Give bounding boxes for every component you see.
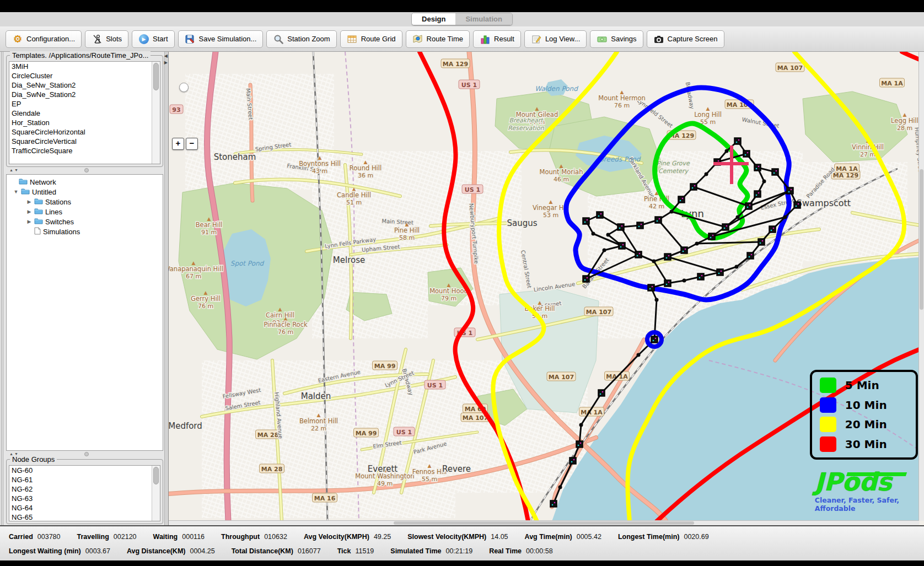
junction-dot[interactable] bbox=[606, 233, 610, 237]
station-node[interactable] bbox=[794, 202, 801, 208]
station-node[interactable] bbox=[772, 169, 778, 175]
list-item[interactable]: NG-61 bbox=[9, 475, 160, 484]
route-time-button[interactable]: Route Time bbox=[406, 30, 470, 48]
save-simulation-button[interactable]: Save Simulation... bbox=[178, 30, 264, 48]
splitter-top[interactable]: ▲▼ bbox=[6, 167, 163, 173]
zoom-in-button[interactable]: + bbox=[172, 138, 184, 150]
slots-button[interactable]: Slots bbox=[85, 30, 128, 48]
map-horizontal-scrollbar[interactable] bbox=[169, 520, 919, 525]
station-node[interactable] bbox=[734, 138, 741, 144]
tree-item-network[interactable]: Network bbox=[7, 177, 163, 187]
station-node[interactable] bbox=[570, 457, 576, 464]
list-item[interactable]: Dia_SeNw_Station2 bbox=[9, 80, 160, 90]
junction-dot[interactable] bbox=[591, 232, 595, 236]
tree-item-untitled[interactable]: ▼ Untitled bbox=[7, 187, 163, 197]
scrollbar-thumb[interactable] bbox=[153, 63, 159, 90]
junction-dot[interactable] bbox=[734, 265, 738, 269]
junction-dot[interactable] bbox=[695, 242, 699, 246]
station-node[interactable] bbox=[576, 441, 583, 448]
station-node[interactable] bbox=[664, 280, 671, 287]
vertical-scrollbar[interactable] bbox=[152, 62, 160, 164]
chevron-right-icon[interactable]: ▶ bbox=[26, 219, 32, 224]
vertical-scrollbar[interactable] bbox=[152, 466, 160, 521]
tree-item-simulations[interactable]: Simulations bbox=[7, 227, 163, 236]
station-node[interactable] bbox=[655, 217, 662, 223]
start-button[interactable]: ▶Start bbox=[132, 30, 174, 48]
list-item[interactable]: NG-62 bbox=[9, 484, 160, 494]
splitter-arrows[interactable]: ▲▼ bbox=[9, 168, 19, 172]
junction-dot[interactable] bbox=[735, 215, 739, 219]
chevron-down-icon[interactable]: ▼ bbox=[13, 189, 19, 195]
templates-list[interactable]: 3MiHCircleClusterDia_SeNw_Station2Dia_Sw… bbox=[9, 61, 160, 164]
station-node[interactable] bbox=[754, 164, 761, 171]
junction-dot[interactable] bbox=[602, 249, 606, 252]
route-grid-button[interactable]: Route Grid bbox=[340, 30, 402, 48]
result-button[interactable]: Result bbox=[473, 30, 521, 48]
tab-simulation[interactable]: Simulation bbox=[455, 13, 512, 25]
junction-dot[interactable] bbox=[636, 353, 640, 357]
junction-dot[interactable] bbox=[652, 260, 656, 263]
scrollbar-thumb[interactable] bbox=[394, 521, 694, 525]
tab-design[interactable]: Design bbox=[412, 13, 455, 25]
junction-dot[interactable] bbox=[682, 279, 686, 283]
capture-screen-button[interactable]: Capture Screen bbox=[647, 30, 724, 48]
station-node[interactable] bbox=[758, 239, 765, 245]
station-node[interactable] bbox=[635, 251, 642, 258]
list-item[interactable]: TrafficCircleSquare bbox=[9, 146, 160, 155]
collapse-left-icon[interactable]: ◀ bbox=[164, 54, 168, 58]
junction-dot[interactable] bbox=[783, 215, 787, 219]
station-node[interactable] bbox=[787, 187, 793, 194]
station-node[interactable] bbox=[743, 150, 750, 157]
splitter-grip[interactable] bbox=[84, 168, 89, 173]
station-node[interactable] bbox=[697, 273, 704, 280]
station-node[interactable] bbox=[747, 252, 754, 259]
station-node[interactable] bbox=[681, 247, 687, 254]
map-canvas[interactable]: MA 129MA 129MA 129MA 107MA 107MA 107MA 1… bbox=[169, 52, 924, 525]
station-node[interactable] bbox=[708, 233, 715, 240]
station-node[interactable] bbox=[648, 284, 654, 291]
junction-dot[interactable] bbox=[654, 298, 658, 302]
splitter-grip[interactable] bbox=[84, 452, 89, 456]
scrollbar-thumb[interactable] bbox=[153, 467, 159, 484]
map-slider-knob[interactable] bbox=[179, 83, 189, 92]
collapse-right-icon[interactable]: ▶ bbox=[164, 61, 168, 65]
list-item[interactable]: NG-64 bbox=[9, 503, 160, 513]
station-node[interactable] bbox=[769, 226, 776, 233]
list-item[interactable]: NG-65 bbox=[9, 513, 160, 521]
zoom-out-button[interactable]: − bbox=[186, 138, 198, 150]
list-item[interactable]: Glendale bbox=[9, 109, 160, 118]
chevron-right-icon[interactable]: ▶ bbox=[26, 199, 32, 204]
station-node[interactable] bbox=[550, 500, 557, 507]
list-item[interactable]: Hor_Station bbox=[9, 118, 160, 127]
station-node[interactable] bbox=[678, 196, 685, 203]
station-node[interactable] bbox=[619, 242, 625, 249]
junction-dot[interactable] bbox=[669, 210, 673, 214]
station-node[interactable] bbox=[617, 224, 624, 230]
station-node[interactable] bbox=[637, 222, 643, 229]
list-item[interactable]: NG-63 bbox=[9, 494, 160, 503]
station-node[interactable] bbox=[754, 191, 761, 197]
station-zoom-button[interactable]: Station Zoom bbox=[266, 30, 336, 48]
junction-dot[interactable] bbox=[762, 180, 766, 184]
list-item[interactable]: Dia_SwNe_Station2 bbox=[9, 90, 160, 99]
node-groups-list[interactable]: NG-60NG-61NG-62NG-63NG-64NG-65 bbox=[9, 465, 160, 521]
list-item[interactable]: CircleCluster bbox=[9, 71, 160, 80]
list-item[interactable]: SquareCircleVertical bbox=[9, 137, 160, 146]
junction-dot[interactable] bbox=[724, 149, 728, 153]
list-item[interactable]: 3MiH bbox=[9, 62, 160, 71]
junction-dot[interactable] bbox=[704, 173, 708, 176]
tree-item-switches[interactable]: ▶ Switches bbox=[7, 217, 163, 227]
station-node[interactable] bbox=[717, 269, 723, 276]
junction-dot[interactable] bbox=[579, 423, 583, 427]
chevron-right-icon[interactable]: ▶ bbox=[26, 209, 32, 214]
log-view-button[interactable]: Log View... bbox=[524, 30, 587, 48]
station-node[interactable] bbox=[722, 224, 729, 230]
configuration-button[interactable]: ⚙Configuration... bbox=[6, 30, 82, 48]
station-node[interactable] bbox=[664, 254, 671, 260]
tree-item-lines[interactable]: ▶ Lines bbox=[7, 207, 163, 217]
station-node[interactable] bbox=[583, 276, 589, 282]
station-node[interactable] bbox=[651, 336, 658, 343]
station-node[interactable] bbox=[597, 212, 603, 218]
scrollbar-thumb[interactable] bbox=[920, 169, 923, 310]
station-node[interactable] bbox=[690, 184, 697, 190]
